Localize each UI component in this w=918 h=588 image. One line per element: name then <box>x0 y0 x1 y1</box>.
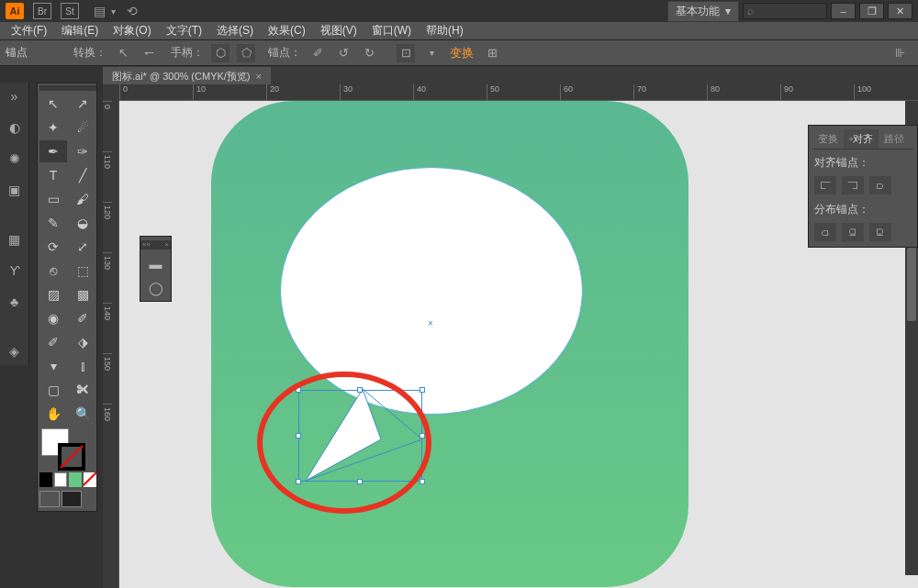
perspective-tool[interactable]: ▩ <box>69 283 96 305</box>
menu-object[interactable]: 对象(O) <box>107 21 156 40</box>
pencil-tool[interactable]: ✎ <box>39 212 67 234</box>
horizontal-ruler[interactable]: 0 10 20 30 40 50 60 70 80 90 100 <box>119 84 918 101</box>
close-icon[interactable]: × <box>164 240 169 250</box>
eyedropper-tool[interactable]: ✐ <box>39 331 67 353</box>
gradient-tool[interactable]: ✐ <box>69 307 96 329</box>
recent-swatch-white[interactable] <box>54 472 67 487</box>
remove-anchor-button[interactable]: ✐ <box>308 44 327 62</box>
menu-help[interactable]: 帮助(H) <box>420 21 469 40</box>
collapse-icon[interactable]: «« <box>142 240 151 250</box>
close-tab-icon[interactable]: × <box>256 71 262 82</box>
hand-tool[interactable]: ✋ <box>39 403 67 425</box>
selection-handle-se[interactable] <box>420 479 425 484</box>
floating-mini-panel[interactable]: «« × ▬ ◯ <box>140 236 172 302</box>
restore-button[interactable]: ❐ <box>859 3 884 19</box>
pen-tool[interactable]: ✒ <box>39 140 67 162</box>
brushes-panel-icon[interactable]: Ƴ <box>5 261 25 281</box>
menu-view[interactable]: 视图(V) <box>315 21 363 40</box>
rotate-tool[interactable]: ⟳ <box>39 236 67 258</box>
expand-dock-button[interactable]: » <box>5 86 25 106</box>
mesh-tool[interactable]: ◉ <box>39 307 67 329</box>
zoom-tool[interactable]: 🔍 <box>69 403 96 425</box>
artboard-tool[interactable]: ▢ <box>39 379 67 401</box>
eraser-tool[interactable]: ◒ <box>69 212 96 234</box>
minimize-button[interactable]: – <box>831 3 856 19</box>
sync-icon[interactable]: ⟲ <box>127 4 138 18</box>
appearance-panel-icon[interactable]: ◯ <box>147 279 165 297</box>
screen-mode-normal[interactable] <box>39 491 60 507</box>
isolate-dropdown-icon[interactable]: ▾ <box>422 44 441 62</box>
gradient-panel-icon[interactable]: ▬ <box>147 255 165 273</box>
bridge-button[interactable]: Br <box>33 3 51 19</box>
align-center-button[interactable]: ⫎ <box>842 176 864 194</box>
arrange-dropdown-icon[interactable]: ▾ <box>111 6 116 17</box>
blend-tool[interactable]: ⬗ <box>69 331 96 353</box>
stock-button[interactable]: St <box>61 3 79 19</box>
connect-anchor-button[interactable]: ↺ <box>334 44 353 62</box>
color-panel-icon[interactable]: ✺ <box>5 149 25 169</box>
menu-file[interactable]: 文件(F) <box>6 21 52 40</box>
symbols-panel-icon[interactable]: ♣ <box>5 292 25 312</box>
graph-tool[interactable]: ⫿ <box>69 355 96 377</box>
selection-tool[interactable]: ↖ <box>39 93 67 115</box>
vertical-ruler[interactable]: 0 110 120 130 140 150 160 <box>103 101 119 588</box>
type-tool[interactable]: T <box>39 164 67 186</box>
distribute-right-button[interactable]: ⫒ <box>869 223 891 241</box>
slice-tool[interactable]: ✀ <box>69 379 96 401</box>
arrange-docs-icon[interactable]: ▤ <box>94 4 106 18</box>
close-button[interactable]: ✕ <box>888 3 912 19</box>
free-transform-tool[interactable]: ⬚ <box>69 260 96 282</box>
search-input[interactable]: ⌕ <box>743 3 827 19</box>
stroke-panel-icon[interactable]: ▦ <box>5 229 25 250</box>
distribute-center-button[interactable]: ⫑ <box>842 223 864 241</box>
menu-effect[interactable]: 效果(C) <box>263 21 311 40</box>
toolbox-grip[interactable] <box>39 85 96 91</box>
handle-hide-button[interactable]: ⬠ <box>237 44 255 62</box>
workspace-switcher[interactable]: 基本功能 ▾ <box>667 1 739 22</box>
tab-align[interactable]: ◦对齐 <box>844 129 879 149</box>
width-tool[interactable]: ⎋ <box>39 260 67 282</box>
recent-swatch-black[interactable] <box>39 472 52 487</box>
swatches-panel-icon[interactable]: ▣ <box>5 180 25 200</box>
artboard[interactable]: × <box>119 101 918 588</box>
menu-window[interactable]: 窗口(W) <box>366 21 417 40</box>
line-tool[interactable]: ╱ <box>69 164 96 186</box>
align-left-button[interactable]: ⫍ <box>814 176 836 194</box>
scrollbar-thumb[interactable] <box>907 248 916 321</box>
magic-wand-tool[interactable]: ✦ <box>39 116 67 139</box>
document-tab[interactable]: 图标.ai* @ 300% (CMYK/预览) × <box>103 67 271 86</box>
transform-link[interactable]: 变换 <box>448 44 476 62</box>
convert-smooth-button[interactable]: ↽ <box>140 44 158 62</box>
isolate-button[interactable]: ⊡ <box>397 44 415 62</box>
align-right-button[interactable]: ⫐ <box>869 176 891 194</box>
control-collapse-button[interactable]: ⊪ <box>890 44 909 62</box>
convert-corner-button[interactable]: ↖ <box>114 44 132 62</box>
symbol-sprayer-tool[interactable]: ▾ <box>39 355 67 377</box>
paintbrush-tool[interactable]: 🖌 <box>69 188 96 210</box>
selection-handle-ne[interactable] <box>420 387 425 393</box>
curvature-tool[interactable]: ✑ <box>69 140 96 162</box>
recent-swatch-green[interactable] <box>69 472 82 487</box>
menu-type[interactable]: 文字(T) <box>161 21 207 40</box>
cc-panel-icon[interactable]: ◐ <box>5 117 25 138</box>
screen-mode-full[interactable] <box>62 491 82 507</box>
fill-stroke-control[interactable] <box>39 427 96 471</box>
shape-builder-tool[interactable]: ▨ <box>39 283 67 305</box>
recent-swatch-none[interactable] <box>84 472 96 487</box>
scale-tool[interactable]: ⤢ <box>69 236 96 258</box>
rectangle-tool[interactable]: ▭ <box>39 188 67 210</box>
tab-pathfinder[interactable]: 路径 <box>879 129 910 149</box>
menu-edit[interactable]: 编辑(E) <box>56 21 104 40</box>
align-artboard-button[interactable]: ⊞ <box>483 44 501 62</box>
stroke-swatch[interactable] <box>58 443 85 471</box>
cut-anchor-button[interactable]: ↻ <box>360 44 378 62</box>
layers-panel-icon[interactable]: ◈ <box>5 341 25 361</box>
mini-panel-header[interactable]: «« × <box>140 240 171 250</box>
handle-show-button[interactable]: ⬡ <box>211 44 230 62</box>
direct-selection-tool[interactable]: ↗ <box>69 93 96 115</box>
menu-select[interactable]: 选择(S) <box>211 21 259 40</box>
lasso-tool[interactable]: ☄ <box>69 116 96 139</box>
tab-transform[interactable]: 变换 <box>812 129 844 149</box>
distribute-left-button[interactable]: ⫏ <box>814 223 836 241</box>
ruler-origin[interactable] <box>103 84 119 101</box>
